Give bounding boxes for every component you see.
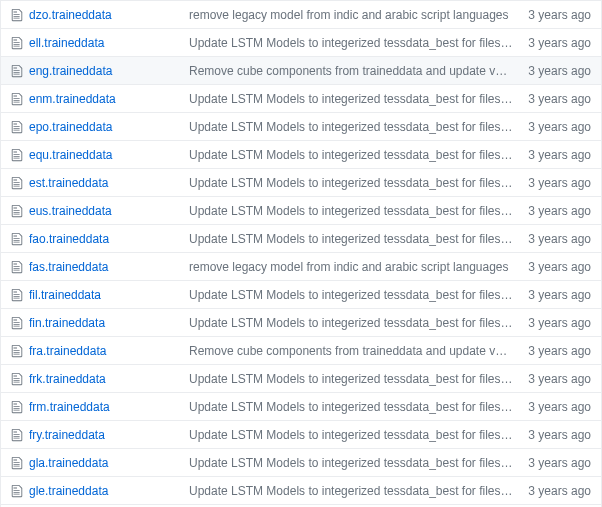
file-icon-cell (11, 260, 29, 274)
table-row: epo.traineddataUpdate LSTM Models to int… (1, 112, 601, 140)
commit-message-link[interactable]: Update LSTM Models to integerized tessda… (189, 232, 521, 246)
file-icon (11, 120, 23, 134)
time-ago: 3 years ago (521, 120, 591, 134)
file-link[interactable]: ell.traineddata (29, 36, 104, 50)
file-link[interactable]: enm.traineddata (29, 92, 116, 106)
commit-message-link[interactable]: Update LSTM Models to integerized tessda… (189, 92, 521, 106)
commit-message-link[interactable]: Update LSTM Models to integerized tessda… (189, 428, 521, 442)
time-ago: 3 years ago (521, 8, 591, 22)
table-row: ell.traineddataUpdate LSTM Models to int… (1, 28, 601, 56)
time-ago: 3 years ago (521, 64, 591, 78)
file-link[interactable]: gle.traineddata (29, 484, 108, 498)
commit-message-link[interactable]: Update LSTM Models to integerized tessda… (189, 372, 521, 386)
commit-message-link[interactable]: Update LSTM Models to integerized tessda… (189, 176, 521, 190)
file-link[interactable]: frm.traineddata (29, 400, 110, 414)
file-icon-cell (11, 372, 29, 386)
table-row: fin.traineddataUpdate LSTM Models to int… (1, 308, 601, 336)
commit-message-link[interactable]: Update LSTM Models to integerized tessda… (189, 316, 521, 330)
commit-message-cell: Update LSTM Models to integerized tessda… (189, 204, 521, 218)
file-icon-cell (11, 176, 29, 190)
commit-message-cell: Update LSTM Models to integerized tessda… (189, 316, 521, 330)
commit-message-cell: Update LSTM Models to integerized tessda… (189, 400, 521, 414)
file-icon-cell (11, 428, 29, 442)
file-icon (11, 92, 23, 106)
commit-message-cell: Update LSTM Models to integerized tessda… (189, 36, 521, 50)
commit-message-cell: remove legacy model from indic and arabi… (189, 260, 521, 274)
table-row: fas.traineddataremove legacy model from … (1, 252, 601, 280)
file-link[interactable]: fao.traineddata (29, 232, 109, 246)
file-name-cell: ell.traineddata (29, 36, 189, 50)
file-name-cell: fry.traineddata (29, 428, 189, 442)
time-ago: 3 years ago (521, 36, 591, 50)
file-name-cell: fra.traineddata (29, 344, 189, 358)
table-row: est.traineddataUpdate LSTM Models to int… (1, 168, 601, 196)
file-name-cell: est.traineddata (29, 176, 189, 190)
file-link[interactable]: fin.traineddata (29, 316, 105, 330)
file-link[interactable]: dzo.traineddata (29, 8, 112, 22)
commit-message-link[interactable]: Update LSTM Models to integerized tessda… (189, 204, 521, 218)
file-name-cell: eus.traineddata (29, 204, 189, 218)
file-icon (11, 176, 23, 190)
file-icon (11, 232, 23, 246)
table-row: fra.traineddataRemove cube components fr… (1, 336, 601, 364)
file-link[interactable]: fil.traineddata (29, 288, 101, 302)
file-icon-cell (11, 484, 29, 498)
table-row: fry.traineddataUpdate LSTM Models to int… (1, 420, 601, 448)
commit-message-cell: Update LSTM Models to integerized tessda… (189, 484, 521, 498)
commit-message-link[interactable]: Update LSTM Models to integerized tessda… (189, 148, 521, 162)
file-link[interactable]: fry.traineddata (29, 428, 105, 442)
table-row: fao.traineddataUpdate LSTM Models to int… (1, 224, 601, 252)
file-icon-cell (11, 232, 29, 246)
file-icon (11, 484, 23, 498)
commit-message-link[interactable]: Update LSTM Models to integerized tessda… (189, 456, 521, 470)
file-icon (11, 372, 23, 386)
file-icon (11, 204, 23, 218)
file-icon (11, 36, 23, 50)
commit-message-link[interactable]: remove legacy model from indic and arabi… (189, 260, 509, 274)
commit-message-cell: Update LSTM Models to integerized tessda… (189, 176, 521, 190)
file-link[interactable]: eng.traineddata (29, 64, 112, 78)
file-name-cell: enm.traineddata (29, 92, 189, 106)
commit-message-link[interactable]: Update LSTM Models to integerized tessda… (189, 484, 521, 498)
time-ago: 3 years ago (521, 428, 591, 442)
file-link[interactable]: fra.traineddata (29, 344, 106, 358)
file-name-cell: dzo.traineddata (29, 8, 189, 22)
commit-message-link[interactable]: remove legacy model from indic and arabi… (189, 8, 509, 22)
time-ago: 3 years ago (521, 232, 591, 246)
file-name-cell: gla.traineddata (29, 456, 189, 470)
commit-message-link[interactable]: Remove cube components from traineddata … (189, 344, 521, 358)
file-link[interactable]: equ.traineddata (29, 148, 112, 162)
file-icon-cell (11, 316, 29, 330)
time-ago: 3 years ago (521, 176, 591, 190)
file-link[interactable]: epo.traineddata (29, 120, 112, 134)
file-name-cell: gle.traineddata (29, 484, 189, 498)
file-icon (11, 64, 23, 78)
file-link[interactable]: gla.traineddata (29, 456, 108, 470)
time-ago: 3 years ago (521, 204, 591, 218)
commit-message-link[interactable]: Update LSTM Models to integerized tessda… (189, 120, 521, 134)
table-row: gle.traineddataUpdate LSTM Models to int… (1, 476, 601, 504)
commit-message-cell: Update LSTM Models to integerized tessda… (189, 120, 521, 134)
file-list: dzo.traineddataremove legacy model from … (0, 0, 602, 507)
file-icon-cell (11, 92, 29, 106)
commit-message-link[interactable]: Update LSTM Models to integerized tessda… (189, 400, 521, 414)
file-link[interactable]: fas.traineddata (29, 260, 108, 274)
file-link[interactable]: frk.traineddata (29, 372, 106, 386)
time-ago: 3 years ago (521, 260, 591, 274)
table-row: enm.traineddataUpdate LSTM Models to int… (1, 84, 601, 112)
commit-message-cell: remove legacy model from indic and arabi… (189, 8, 521, 22)
file-icon (11, 148, 23, 162)
commit-message-cell: Update LSTM Models to integerized tessda… (189, 148, 521, 162)
file-link[interactable]: eus.traineddata (29, 204, 112, 218)
time-ago: 3 years ago (521, 316, 591, 330)
commit-message-link[interactable]: Update LSTM Models to integerized tessda… (189, 288, 521, 302)
file-icon (11, 344, 23, 358)
time-ago: 3 years ago (521, 484, 591, 498)
commit-message-link[interactable]: Update LSTM Models to integerized tessda… (189, 36, 521, 50)
file-link[interactable]: est.traineddata (29, 176, 108, 190)
commit-message-cell: Update LSTM Models to integerized tessda… (189, 92, 521, 106)
commit-message-link[interactable]: Remove cube components from traineddata … (189, 64, 521, 78)
file-icon (11, 316, 23, 330)
file-icon-cell (11, 8, 29, 22)
file-icon-cell (11, 288, 29, 302)
